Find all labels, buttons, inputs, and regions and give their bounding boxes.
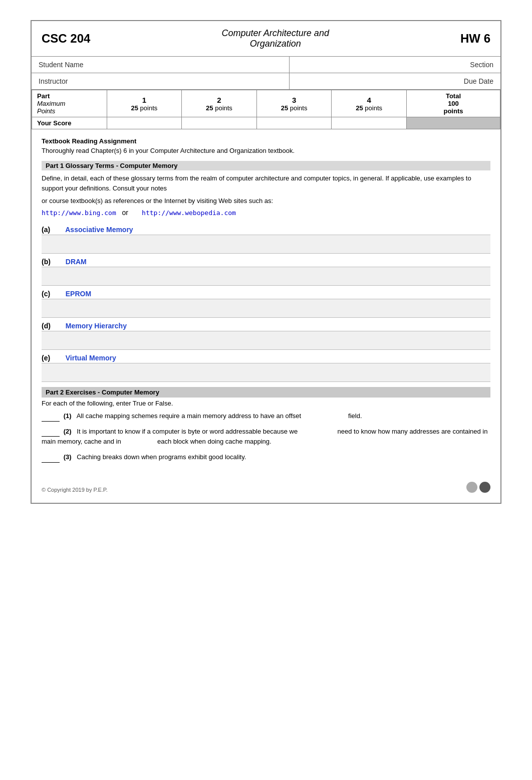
course-code: CSC 204 [42, 32, 90, 46]
terms-container: (a) Associative Memory(b) DRAM(c) EPROM(… [42, 222, 490, 382]
instructor-label: Instructor [39, 77, 68, 85]
term-name: Virtual Memory [62, 354, 116, 362]
part1-points: 25 points [112, 104, 177, 112]
term-row: (a) Associative Memory [42, 222, 490, 235]
part-label: Part [37, 92, 50, 100]
term-answer-box[interactable] [42, 267, 490, 286]
hw-label: HW 6 [460, 32, 490, 46]
points-label: Points [37, 107, 55, 115]
exercise-3: (3) Caching breaks down when programs ex… [42, 452, 490, 463]
term-name: Memory Hierarchy [62, 322, 127, 330]
page-container: CSC 204 Computer Architecture and Organi… [31, 20, 501, 504]
link1[interactable]: http://www.bing.com [42, 209, 116, 217]
term-label: (a) [42, 226, 62, 234]
total-label: Total [412, 92, 495, 100]
term-label: (b) [42, 258, 62, 266]
exercise-1-blank[interactable] [42, 421, 60, 422]
part2-section: Part 2 Exercises - Computer Memory For e… [42, 387, 490, 463]
term-row: (d) Memory Hierarchy [42, 318, 490, 331]
term-item: (d) Memory Hierarchy [42, 318, 490, 350]
score-cell-3 [256, 117, 332, 129]
term-row: (e) Virtual Memory [42, 350, 490, 363]
term-label: (e) [42, 354, 62, 362]
student-name-row: Student Name Section [32, 57, 500, 73]
part1-num: 1 [112, 96, 177, 104]
term-label: (c) [42, 290, 62, 298]
textbook-section: Textbook Reading Assignment Thoroughly r… [42, 137, 490, 156]
term-answer-box[interactable] [42, 299, 490, 318]
exercise-3-blank[interactable] [42, 462, 60, 463]
footer: © Copyright 2019 by P.E.P. [32, 476, 500, 503]
part2-num: 2 [187, 96, 251, 104]
exercise-1-num: (1) [64, 412, 72, 420]
total-points-unit: points [412, 107, 495, 115]
student-info-table: Student Name Section Instructor Due Date [32, 57, 500, 90]
due-date-label: Due Date [464, 77, 493, 85]
term-item: (b) DRAM [42, 254, 490, 286]
term-item: (c) EPROM [42, 286, 490, 318]
part4-num: 4 [337, 96, 401, 104]
score-cell-4 [332, 117, 407, 129]
term-name: DRAM [62, 258, 87, 266]
term-item: (e) Virtual Memory [42, 350, 490, 382]
or-text: or [122, 209, 128, 217]
part2-header: Part 2 Exercises - Computer Memory [42, 387, 490, 398]
part3-points: 25 points [262, 104, 327, 112]
part1-header: Part 1 Glossary Terms - Computer Memory [42, 161, 490, 170]
footer-logo [466, 482, 490, 493]
score-header-row: Part Maximum Points 1 25 points 2 25 poi… [32, 90, 500, 117]
term-row: (b) DRAM [42, 254, 490, 267]
term-name: Associative Memory [62, 226, 133, 234]
part2-subtitle: For each of the following, enter True or… [42, 398, 490, 411]
copyright: © Copyright 2019 by P.E.P. [42, 487, 108, 493]
your-score-label: Your Score [37, 119, 71, 127]
header: CSC 204 Computer Architecture and Organi… [32, 21, 500, 57]
term-name: EPROM [62, 290, 91, 298]
total-points: 100 [412, 100, 495, 107]
term-answer-box[interactable] [42, 363, 490, 382]
score-cell-2 [182, 117, 257, 129]
term-answer-box[interactable] [42, 235, 490, 254]
glossary-links: http://www.bing.com or http://www.webope… [42, 209, 490, 217]
glossary-desc2: or course textbook(s) as references or t… [42, 196, 490, 207]
exercise-2: (2) It is important to know if a compute… [42, 427, 490, 448]
term-answer-box[interactable] [42, 331, 490, 350]
part2-points: 25 points [187, 104, 251, 112]
your-score-row: Your Score [32, 117, 500, 129]
part3-num: 3 [262, 96, 327, 104]
link2[interactable]: http://www.webopedia.com [142, 209, 236, 217]
logo-circle-1 [466, 482, 477, 493]
part4-points: 25 points [337, 104, 401, 112]
textbook-desc: Thoroughly read Chapter(s) 6 in your Com… [42, 146, 490, 156]
main-content: Textbook Reading Assignment Thoroughly r… [32, 129, 500, 476]
exercise-3-num: (3) [64, 453, 72, 461]
part1-description: Define, in detail, each of these glossar… [42, 173, 490, 217]
logo-circle-2 [479, 482, 490, 493]
course-title: Computer Architecture and Organization [90, 28, 460, 49]
total-score-cell [406, 117, 500, 129]
exercise-2-num: (2) [64, 428, 72, 435]
maximum-label: Maximum [37, 100, 65, 107]
score-table: Part Maximum Points 1 25 points 2 25 poi… [32, 90, 500, 129]
term-label: (d) [42, 322, 62, 330]
exercise-2-blank[interactable] [42, 436, 60, 437]
exercise-1: (1) All cache mapping schemes require a … [42, 411, 490, 422]
student-name-label: Student Name [39, 61, 84, 69]
term-row: (c) EPROM [42, 286, 490, 299]
score-cell-1 [107, 117, 182, 129]
instructor-row: Instructor Due Date [32, 73, 500, 90]
term-item: (a) Associative Memory [42, 222, 490, 254]
textbook-title: Textbook Reading Assignment [42, 137, 490, 145]
glossary-desc1: Define, in detail, each of these glossar… [42, 173, 490, 194]
section-label: Section [470, 61, 493, 69]
